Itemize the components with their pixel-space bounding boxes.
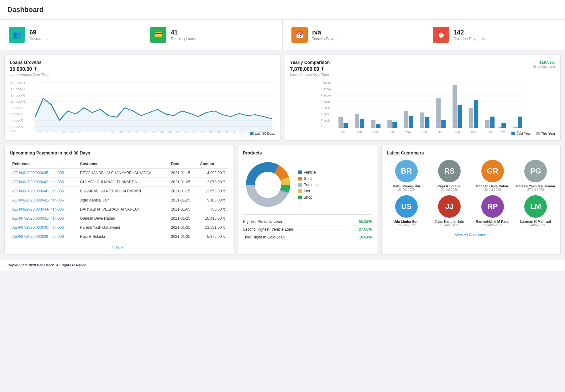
- svg-text:₹ 1400k: ₹ 1400k: [321, 81, 332, 85]
- payment-ref[interactable]: AEH/08/2020/000045-Instl-005: [10, 168, 77, 178]
- avatar: RP: [481, 195, 504, 218]
- payment-ref[interactable]: AEH/08/2020/000042-Instl-006: [10, 196, 77, 205]
- svg-marker-17: [35, 98, 272, 132]
- payment-date: 2021-01-25: [169, 232, 198, 241]
- legend-dot: [298, 183, 302, 187]
- payment-amount: 9,168.00 ₹: [197, 196, 228, 205]
- svg-rect-80: [485, 120, 489, 128]
- list-item[interactable]: GR Ganesh Deva Rabari 22-Jul-2020: [473, 160, 512, 191]
- list-item[interactable]: BR Babu Ramaji Rai 21-Jul-2020: [387, 160, 426, 191]
- payments-col-ref: Reference: [10, 160, 77, 168]
- product-stat-pct: 55.32%: [359, 219, 372, 224]
- legend-label: Vehicle: [304, 170, 316, 175]
- customer-name: Jigar Kantilal Jain: [435, 220, 464, 223]
- line-chart: 16,000 ₹ 14,000 ₹ 12,000 ₹ 10,000 ₹ 8,00…: [10, 80, 275, 130]
- legend-item: Personal: [298, 183, 318, 187]
- svg-rect-72: [420, 112, 424, 128]
- donut-chart-wrapper: VehicleGoldPersonalPlotShop: [243, 160, 372, 210]
- product-stat-pct: 27.66%: [359, 227, 372, 232]
- view-all-button[interactable]: View All: [10, 245, 228, 249]
- svg-rect-62: [338, 117, 343, 128]
- loans-growth-title: Loans Growths: [10, 60, 275, 65]
- payment-ref[interactable]: AEH/08/2020/000044-Instl-006: [10, 205, 77, 214]
- svg-text:16,000 ₹: 16,000 ₹: [11, 81, 25, 84]
- view-all-customers-button[interactable]: View All Customers: [387, 231, 555, 239]
- payment-ref[interactable]: AEH/07/2020/000041-Instl-006: [10, 214, 77, 223]
- customer-name: Rameshbhai M Patel: [476, 220, 509, 223]
- svg-rect-83: [501, 123, 506, 128]
- footer: Copyright © 2020 Banastech. All rights r…: [0, 259, 565, 271]
- product-stat-row: Second Highest: Vehicle Loan27.66%: [243, 226, 372, 233]
- customer-name: Uda Limba Soni: [393, 220, 419, 223]
- stat-customers[interactable]: 👥 69 Customers: [0, 20, 141, 50]
- product-stat-row: Third Highest: Gold Loan10.64%: [243, 233, 372, 241]
- customer-name: Babu Ramaji Rai: [393, 184, 420, 188]
- stat-overdue-payments[interactable]: ⏰ 142 Overdue Payments: [424, 20, 565, 50]
- payment-amount: 12,653.00 ₹: [197, 187, 228, 196]
- product-stat-label: Third Highest: Gold Loan: [243, 235, 285, 239]
- footer-text: Copyright © 2020 Banastech. All rights r…: [8, 263, 87, 267]
- yearly-amount: 7,878,000.00 ₹: [290, 66, 330, 72]
- stat-todays-payment[interactable]: 📅 n/a Today's Payment: [283, 20, 424, 50]
- list-item[interactable]: US Uda Limba Soni 28-Jul-2020: [387, 195, 426, 227]
- svg-text:4,000 ₹: 4,000 ₹: [11, 119, 23, 122]
- table-row: AEH/08/2020/000043-Instl-005 GULABJI CHH…: [10, 178, 228, 187]
- payment-date: 2021-01-05: [169, 178, 198, 187]
- customer-date: 27-Jul-2020: [527, 188, 544, 191]
- customer-date: 28-Jul-2020: [398, 223, 415, 227]
- product-stats: Highest: Personal Loan55.32%Second Highe…: [243, 214, 372, 241]
- customer-name: Raju R Solanki: [437, 184, 462, 188]
- avatar: US: [395, 195, 418, 218]
- list-item[interactable]: RS Raju R Solanki 21-Jul-2020: [430, 160, 469, 191]
- list-item[interactable]: RP Rameshbhai M Patel 05-Aug-2020: [473, 195, 512, 227]
- avatar: RS: [438, 160, 461, 182]
- customer-date: 22-Jul-2020: [484, 188, 501, 191]
- payment-ref[interactable]: AEH/08/2020/000043-Instl-005: [10, 178, 77, 187]
- legend-label: Plot: [304, 189, 310, 193]
- svg-rect-77: [458, 105, 462, 128]
- payment-date: 2021-01-15: [169, 187, 198, 196]
- svg-rect-65: [360, 119, 364, 128]
- legend-item: Gold: [298, 176, 318, 181]
- list-item[interactable]: JJ Jigar Kantilal Jain 01-Aug-2020: [430, 195, 469, 227]
- customers-icon: 👥: [9, 27, 25, 43]
- svg-text:₹ 800k: ₹ 800k: [321, 100, 330, 103]
- list-item[interactable]: LM Laxman K Mahiwal 05-Aug-2020: [516, 195, 555, 227]
- stat-running-loans[interactable]: 💳 41 Running Loans: [141, 20, 283, 50]
- svg-rect-75: [441, 120, 446, 128]
- svg-text:14,000 ₹: 14,000 ₹: [11, 88, 25, 91]
- yearly-subtitle: Loans Amount Over Time: [290, 73, 330, 76]
- svg-rect-68: [387, 120, 392, 128]
- svg-rect-76: [453, 85, 457, 128]
- svg-text:Sep: Sep: [471, 130, 476, 133]
- payment-customer: Jigar Kantilal Jain: [77, 196, 168, 205]
- table-row: AEH/08/2020/000042-Instl-006 Jigar Kanti…: [10, 196, 228, 205]
- yearly-comparison-card: Yearly Comparison 7,878,000.00 ₹ Loans A…: [285, 55, 561, 141]
- payment-ref[interactable]: AEH/07/2020/000040-Instl-006: [10, 223, 77, 232]
- bottom-row: Upcomming Payments in next 30 Days Refer…: [4, 145, 561, 255]
- payment-ref[interactable]: AEH/08/2020/000046-Instl-005: [10, 187, 77, 196]
- stats-row: 👥 69 Customers 💳 41 Running Loans 📅 n/a …: [0, 20, 565, 50]
- yearly-since-label: Since last year: [533, 65, 555, 68]
- list-item[interactable]: PG Paresh Yash Gauswami 27-Jul-2020: [516, 160, 555, 191]
- product-stat-label: Highest: Personal Loan: [243, 219, 282, 224]
- loans-growth-card: Loans Growths 15,000.00 ₹ Loans Amount O…: [4, 55, 280, 141]
- svg-text:10,000 ₹: 10,000 ₹: [11, 100, 25, 103]
- payment-customer: DAHYABHAI VEERABHAI VARECH: [77, 205, 168, 214]
- svg-text:₹ 200k: ₹ 200k: [321, 119, 330, 122]
- overdue-payments-icon: ⏰: [433, 27, 449, 43]
- svg-rect-64: [355, 114, 359, 128]
- svg-text:₹ 0: ₹ 0: [321, 125, 325, 128]
- legend-dot: [298, 177, 302, 180]
- svg-point-98: [255, 172, 281, 198]
- svg-text:Jul: Jul: [438, 130, 442, 133]
- yearly-growth-badge: ↑ 119.57%: [533, 60, 555, 65]
- payment-ref[interactable]: AEH/07/2020/000039-Instl-006: [10, 232, 77, 241]
- svg-text:Dec: Dec: [516, 130, 521, 133]
- customers-number: 69: [29, 29, 48, 36]
- legend-item: Plot: [298, 189, 318, 193]
- running-loans-icon: 💳: [150, 27, 166, 43]
- svg-text:₹ 1200k: ₹ 1200k: [321, 88, 332, 91]
- header: Dashboard: [0, 0, 565, 20]
- product-stat-row: Highest: Personal Loan55.32%: [243, 218, 372, 226]
